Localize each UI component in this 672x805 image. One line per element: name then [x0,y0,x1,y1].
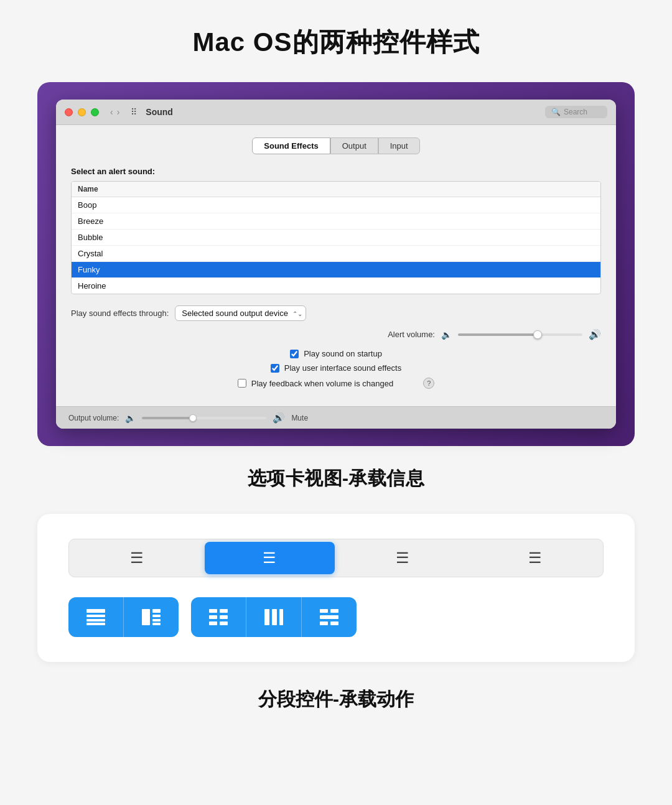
svg-rect-7 [152,619,161,621]
play-ui-sounds-label: Play user interface sound effects [284,363,401,373]
svg-rect-2 [86,619,105,621]
mac-content: Sound Effects Output Input Select an ale… [56,125,616,406]
seg-table-full[interactable] [68,597,124,637]
mac-window: ‹ › ⠿ Sound 🔍 Search Sound Effects Outpu… [56,100,616,429]
checkbox-ui-sounds-row: Play user interface sound effects [71,363,601,373]
play-startup-checkbox[interactable] [290,350,299,358]
play-through-row: Play sound effects through: Selected sou… [71,305,601,321]
window-title: Sound [146,107,173,117]
sound-list: Name Boop Breeze Bubble Crystal Funky He… [71,181,601,294]
traffic-light-red[interactable] [65,108,73,116]
nav-arrows: ‹ › [110,107,119,117]
svg-rect-8 [152,623,161,625]
seg-group-2 [191,597,357,637]
mac-window-card: ‹ › ⠿ Sound 🔍 Search Sound Effects Outpu… [37,82,635,446]
mac-bottom-bar: Output volume: 🔈 🔊 Mute [56,406,616,429]
svg-rect-11 [209,615,217,619]
sound-item-heroine[interactable]: Heroine [72,278,600,294]
table-medium-icon [264,608,284,626]
play-through-select[interactable]: Selected sound output device [175,305,306,321]
svg-rect-15 [264,609,269,625]
svg-rect-0 [86,609,105,613]
svg-rect-12 [220,615,228,619]
svg-rect-5 [152,609,161,613]
sound-list-header: Name [72,182,600,197]
alert-volume-label: Alert volume: [388,330,435,339]
play-feedback-checkbox[interactable] [238,379,246,388]
seg-table-wide[interactable] [302,597,357,637]
align-right-icon: ☰ [396,551,409,565]
svg-rect-1 [86,615,105,617]
svg-rect-13 [209,621,217,625]
table-split-icon [141,608,161,626]
align-center-icon: ☰ [263,551,276,565]
tab-output[interactable]: Output [330,137,378,154]
play-feedback-label: Play feedback when volume is changed [251,379,393,388]
help-button[interactable]: ? [423,378,434,389]
output-volume-low-icon: 🔈 [125,413,136,423]
svg-rect-18 [320,609,328,613]
sound-item-funky[interactable]: Funky [72,262,600,278]
svg-rect-6 [152,615,161,617]
svg-rect-17 [279,609,283,625]
traffic-light-green[interactable] [91,108,99,116]
seg-align-left[interactable]: ☰ [72,542,202,574]
search-icon: 🔍 [551,108,561,116]
align-left-icon: ☰ [130,551,144,565]
volume-low-icon: 🔈 [441,330,452,340]
sound-item-breeze[interactable]: Breeze [72,213,600,230]
segmented-control-row1: ☰ ☰ ☰ ☰ [68,539,604,577]
tab-sound-effects[interactable]: Sound Effects [252,137,330,154]
section-subtitle-2: 分段控件-承载动作 [258,687,414,712]
checkbox-startup-row: Play sound on startup [71,349,601,358]
output-volume-high-icon: 🔊 [273,412,285,424]
svg-rect-3 [86,623,105,625]
svg-rect-20 [320,615,338,619]
svg-rect-10 [220,609,228,613]
table-compact-icon [208,608,228,626]
seg-group-1 [68,597,179,637]
segment-card: ☰ ☰ ☰ ☰ [37,514,635,662]
svg-rect-21 [320,621,328,625]
seg-align-right[interactable]: ☰ [337,542,468,574]
play-ui-sounds-checkbox[interactable] [271,364,279,373]
volume-high-icon: 🔊 [589,328,601,340]
svg-rect-4 [142,609,150,625]
mute-button[interactable]: Mute [291,414,308,422]
segmented-control-row2 [68,597,604,637]
search-placeholder: Search [564,108,587,116]
section-subtitle-1: 选项卡视图-承载信息 [248,466,425,491]
checkbox-feedback-row: Play feedback when volume is changed ? [71,378,601,389]
svg-rect-19 [330,609,338,613]
mac-tabs: Sound Effects Output Input [71,137,601,154]
play-through-label: Play sound effects through: [71,309,169,318]
svg-rect-14 [220,621,228,625]
table-full-icon [86,608,106,626]
traffic-light-yellow[interactable] [78,108,86,116]
svg-rect-16 [272,609,277,625]
seg-align-center[interactable]: ☰ [205,542,335,574]
back-arrow[interactable]: ‹ [110,107,113,117]
seg-table-split[interactable] [124,597,179,637]
output-volume-slider[interactable] [142,417,266,419]
alert-sound-label: Select an alert sound: [71,167,601,176]
seg-table-compact[interactable] [191,597,246,637]
play-startup-label: Play sound on startup [304,349,382,358]
sound-item-bubble[interactable]: Bubble [72,230,600,246]
align-justify-icon: ☰ [528,551,542,565]
sound-item-boop[interactable]: Boop [72,197,600,213]
svg-rect-22 [330,621,338,625]
tab-input[interactable]: Input [378,137,420,154]
output-volume-label: Output volume: [68,414,119,422]
page-main-title: Mac OS的两种控件样式 [192,25,479,60]
play-through-select-wrapper: Selected sound output device [175,305,306,321]
mac-titlebar: ‹ › ⠿ Sound 🔍 Search [56,100,616,125]
alert-volume-slider[interactable] [458,333,582,336]
apps-grid-icon: ⠿ [131,107,137,117]
search-area[interactable]: 🔍 Search [545,106,607,118]
seg-align-justify[interactable]: ☰ [470,542,601,574]
alert-volume-row: Alert volume: 🔈 🔊 [71,328,601,340]
forward-arrow[interactable]: › [117,107,120,117]
seg-table-medium[interactable] [246,597,302,637]
sound-item-crystal[interactable]: Crystal [72,246,600,262]
